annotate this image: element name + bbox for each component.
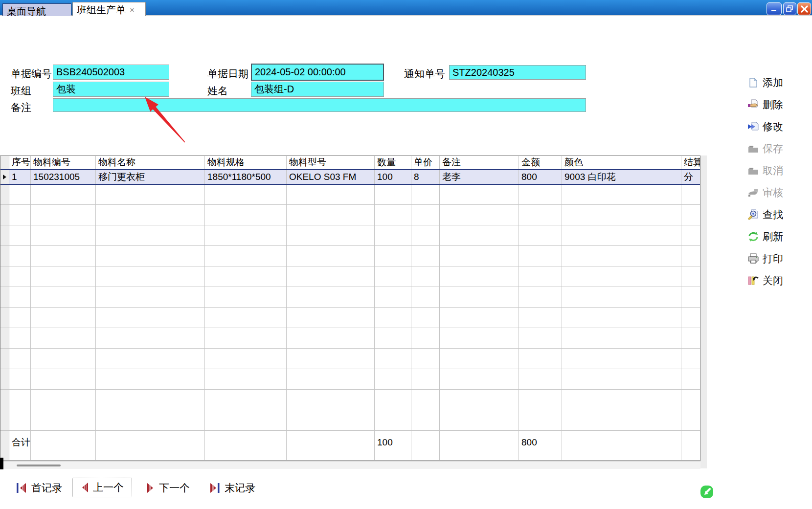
grid-corner-cell [0, 156, 9, 170]
refresh-arrows-icon [747, 231, 759, 242]
col-header-settle[interactable]: 结算 [681, 156, 701, 170]
label-team: 班组 [11, 84, 31, 98]
grid-empty-row[interactable] [0, 225, 701, 246]
refresh-button[interactable]: 刷新 [747, 230, 783, 243]
save-folder-icon [747, 143, 759, 154]
label-remark: 备注 [11, 101, 31, 114]
row-indicator [0, 170, 9, 184]
next-record-button[interactable]: 下一个 [147, 481, 190, 495]
restore-button[interactable] [783, 2, 796, 15]
previous-record-button[interactable]: 上一个 [72, 478, 132, 497]
materials-table: 序号 物料编号 物料名称 物料规格 物料型号 数量 单价 备注 金额 颜色 结算 [0, 155, 701, 461]
col-header-color[interactable]: 颜色 [562, 156, 681, 170]
cell-spec[interactable]: 1850*1180*500 [205, 170, 287, 184]
grid-empty-row[interactable] [0, 205, 701, 225]
grid-total-row: 合计 100 800 [0, 431, 701, 454]
audit-stamp-icon [747, 187, 759, 198]
grid-data-row-selected[interactable]: 1 150231005 移门更衣柜 1850*1180*500 OKELO S0… [0, 170, 701, 184]
col-header-seq[interactable]: 序号 [9, 156, 31, 170]
titlebar: 桌面导航 班组生产单 × [0, 0, 812, 16]
cancel-button[interactable]: 取消 [747, 164, 783, 177]
modify-arrows-icon [747, 121, 759, 132]
grid-empty-row[interactable] [0, 369, 701, 390]
close-button[interactable] [797, 2, 811, 15]
materials-grid: 序号 物料编号 物料名称 物料规格 物料型号 数量 单价 备注 金额 颜色 结算 [0, 155, 701, 461]
printer-icon [747, 253, 759, 264]
delete-hand-icon [747, 99, 759, 110]
save-button[interactable]: 保存 [747, 142, 783, 155]
previous-record-icon [81, 481, 89, 494]
last-record-button[interactable]: 末记录 [209, 481, 255, 495]
col-header-remark[interactable]: 备注 [440, 156, 519, 170]
cell-price[interactable]: 8 [411, 170, 440, 184]
order-no-input[interactable] [53, 65, 169, 80]
first-record-icon [16, 482, 27, 494]
total-label: 合计 [9, 431, 31, 454]
grid-empty-row[interactable] [0, 184, 701, 205]
grid-empty-row[interactable] [0, 308, 701, 328]
app-window: 桌面导航 班组生产单 × 单据编号 单据日期 通知单号 班组 姓名 备注 [0, 0, 812, 509]
delete-button[interactable]: 删除 [747, 98, 783, 111]
grid-empty-row[interactable] [0, 328, 701, 349]
grid-empty-row[interactable] [0, 287, 701, 308]
cell-color[interactable]: 9003 白印花 [562, 170, 681, 184]
cell-qty[interactable]: 100 [375, 170, 411, 184]
total-amount: 800 [519, 431, 562, 454]
last-record-icon [209, 482, 220, 494]
total-qty: 100 [375, 431, 411, 454]
cell-code[interactable]: 150231005 [31, 170, 96, 184]
grid-empty-row[interactable] [0, 349, 701, 369]
close-icon [801, 5, 808, 13]
col-header-amount[interactable]: 金额 [519, 156, 562, 170]
col-header-name[interactable]: 物料名称 [96, 156, 205, 170]
add-button[interactable]: 添加 [747, 76, 783, 89]
next-record-icon [147, 482, 155, 494]
tab-desktop-nav[interactable]: 桌面导航 [2, 3, 71, 16]
grid-empty-row[interactable] [0, 246, 701, 266]
grid-empty-row[interactable] [0, 390, 701, 410]
grid-empty-row[interactable] [0, 266, 701, 287]
order-date-input[interactable] [251, 64, 384, 81]
restore-icon [786, 5, 793, 12]
grid-header-row: 序号 物料编号 物料名称 物料规格 物料型号 数量 单价 备注 金额 颜色 结算 [0, 156, 701, 170]
cell-remark[interactable]: 老李 [440, 170, 519, 184]
green-launcher-icon[interactable] [699, 485, 714, 499]
close-door-icon [747, 275, 759, 286]
col-header-model[interactable]: 物料型号 [287, 156, 375, 170]
text-caret [0, 458, 3, 469]
cell-amount[interactable]: 800 [519, 170, 562, 184]
minimize-button[interactable] [767, 2, 782, 15]
modify-button[interactable]: 修改 [747, 120, 783, 133]
grid-right-strip [700, 155, 707, 468]
col-header-qty[interactable]: 数量 [375, 156, 411, 170]
tab-close-icon[interactable]: × [130, 6, 135, 14]
cell-seq[interactable]: 1 [9, 170, 31, 184]
cell-name[interactable]: 移门更衣柜 [96, 170, 205, 184]
col-header-price[interactable]: 单价 [411, 156, 440, 170]
col-header-code[interactable]: 物料编号 [31, 156, 96, 170]
horizontal-scrollbar[interactable] [0, 461, 700, 469]
label-order-no: 单据编号 [11, 67, 52, 81]
find-button[interactable]: 查找 [747, 208, 783, 221]
grid-partial-row [0, 454, 701, 461]
team-input[interactable] [53, 82, 169, 97]
col-header-spec[interactable]: 物料规格 [205, 156, 287, 170]
notice-no-input[interactable] [449, 65, 586, 80]
cell-model[interactable]: OKELO S03 FM [287, 170, 375, 184]
scrollbar-thumb[interactable] [17, 465, 61, 466]
first-record-button[interactable]: 首记录 [16, 481, 62, 495]
name-input[interactable] [251, 82, 384, 97]
cell-settle[interactable]: 分 [681, 170, 701, 184]
label-order-date: 单据日期 [207, 67, 248, 81]
minimize-icon [771, 5, 778, 12]
tab-label: 班组生产单 [77, 3, 126, 17]
close-form-button[interactable]: 关闭 [747, 274, 783, 287]
tab-production-order[interactable]: 班组生产单 × [72, 2, 146, 16]
cancel-folder-icon [747, 165, 759, 176]
remark-input[interactable] [53, 98, 586, 112]
label-name: 姓名 [207, 84, 228, 98]
audit-button[interactable]: 审核 [747, 186, 783, 199]
grid-empty-row[interactable] [0, 410, 701, 431]
find-magnifier-icon [747, 209, 759, 220]
print-button[interactable]: 打印 [747, 252, 783, 265]
